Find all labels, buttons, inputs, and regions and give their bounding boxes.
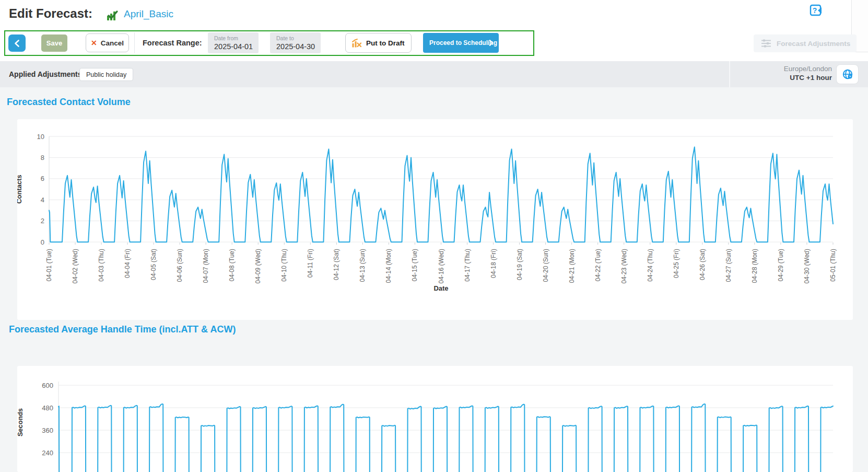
forecast-adjustments-label: Forecast Adjustments bbox=[777, 40, 850, 48]
date-to-field[interactable]: Date to 2025-04-30 bbox=[270, 32, 321, 53]
contact-volume-chart-title: Forecasted Contact Volume bbox=[7, 97, 131, 108]
timezone-offset: UTC +1 hour bbox=[784, 74, 832, 82]
svg-text:8: 8 bbox=[41, 154, 44, 162]
toolbar-divider bbox=[134, 32, 135, 53]
forecast-adjustments-button[interactable]: Forecast Adjustments bbox=[754, 34, 857, 52]
timezone-region: Europe/London bbox=[784, 65, 832, 73]
adjustments-bar-divider bbox=[729, 61, 730, 87]
svg-text:04-27 (Sun): 04-27 (Sun) bbox=[725, 249, 732, 282]
svg-text:04-08 (Tue): 04-08 (Tue) bbox=[228, 249, 236, 281]
help-button[interactable]: ? bbox=[809, 4, 823, 17]
cancel-label: Cancel bbox=[101, 39, 124, 47]
forecast-chart-check-icon bbox=[106, 9, 119, 21]
svg-text:04-18 (Fri): 04-18 (Fri) bbox=[490, 249, 497, 278]
date-to-label: Date to bbox=[276, 35, 294, 41]
forecast-range-label: Forecast Range: bbox=[143, 39, 202, 47]
svg-text:?: ? bbox=[813, 6, 817, 15]
svg-text:04-30 (Wed): 04-30 (Wed) bbox=[803, 249, 811, 283]
date-to-value: 2025-04-30 bbox=[276, 42, 315, 51]
chevron-left-icon bbox=[13, 39, 21, 48]
svg-text:04-05 (Sat): 04-05 (Sat) bbox=[150, 249, 157, 280]
svg-text:04-24 (Thu): 04-24 (Thu) bbox=[647, 249, 654, 282]
svg-text:05-01 (Thu): 05-01 (Thu) bbox=[829, 249, 837, 282]
svg-text:04-17 (Thu): 04-17 (Thu) bbox=[464, 249, 471, 282]
adjustment-tag-public-holiday[interactable]: Public holiday bbox=[79, 68, 133, 81]
svg-text:04-15 (Tue): 04-15 (Tue) bbox=[411, 249, 418, 281]
proceed-label: Proceed to Scheduling bbox=[423, 39, 497, 47]
svg-text:04-14 (Mon): 04-14 (Mon) bbox=[385, 249, 392, 283]
forecast-name: April_Basic bbox=[124, 8, 173, 20]
svg-text:04-02 (Wed): 04-02 (Wed) bbox=[72, 249, 79, 283]
svg-text:04-26 (Sat): 04-26 (Sat) bbox=[699, 249, 706, 280]
svg-text:04-03 (Thu): 04-03 (Thu) bbox=[98, 249, 105, 282]
svg-text:6: 6 bbox=[41, 175, 44, 182]
svg-text:240: 240 bbox=[42, 449, 53, 457]
svg-text:0: 0 bbox=[41, 238, 44, 246]
proceed-to-scheduling-button[interactable]: Proceed to Scheduling bbox=[423, 33, 499, 53]
svg-text:04-07 (Mon): 04-07 (Mon) bbox=[202, 249, 209, 283]
save-button[interactable]: Save bbox=[41, 34, 67, 52]
sliders-icon bbox=[761, 39, 771, 48]
timezone-block: Europe/London UTC +1 hour bbox=[784, 65, 832, 82]
svg-text:600: 600 bbox=[42, 382, 53, 389]
svg-text:04-23 (Wed): 04-23 (Wed) bbox=[620, 249, 628, 283]
svg-text:04-22 (Tue): 04-22 (Tue) bbox=[594, 249, 602, 281]
svg-text:04-11 (Fri): 04-11 (Fri) bbox=[307, 249, 314, 278]
svg-text:10: 10 bbox=[37, 133, 44, 141]
svg-text:04-20 (Sun): 04-20 (Sun) bbox=[542, 249, 549, 282]
svg-text:480: 480 bbox=[42, 404, 53, 412]
back-button[interactable] bbox=[8, 34, 26, 52]
cancel-button[interactable]: ✕ Cancel bbox=[86, 33, 129, 52]
svg-text:2: 2 bbox=[41, 217, 44, 225]
globe-icon bbox=[842, 68, 853, 80]
chart-discard-icon bbox=[351, 38, 362, 48]
svg-text:04-28 (Mon): 04-28 (Mon) bbox=[751, 249, 758, 283]
x-icon: ✕ bbox=[91, 39, 97, 47]
svg-text:04-09 (Wed): 04-09 (Wed) bbox=[254, 249, 262, 283]
contact-volume-chart: 024681004-01 (Tue)04-02 (Wed)04-03 (Thu)… bbox=[17, 119, 853, 322]
svg-text:04-21 (Mon): 04-21 (Mon) bbox=[568, 249, 576, 283]
svg-text:04-29 (Tue): 04-29 (Tue) bbox=[777, 249, 784, 281]
svg-text:04-12 (Sat): 04-12 (Sat) bbox=[333, 249, 340, 280]
svg-text:04-10 (Thu): 04-10 (Thu) bbox=[280, 249, 288, 282]
svg-text:Date: Date bbox=[433, 284, 448, 292]
put-to-draft-button[interactable]: Put to Draft bbox=[345, 33, 412, 53]
svg-text:04-06 (Sun): 04-06 (Sun) bbox=[176, 249, 183, 282]
svg-text:04-01 (Tue): 04-01 (Tue) bbox=[45, 249, 53, 281]
contact-volume-chart-card: 024681004-01 (Tue)04-02 (Wed)04-03 (Thu)… bbox=[17, 119, 853, 320]
edit-forecast-page: Edit Forecast: April_Basic ? Save ✕ Canc… bbox=[0, 0, 868, 472]
timezone-globe-button[interactable] bbox=[836, 64, 859, 84]
svg-text:360: 360 bbox=[42, 427, 53, 434]
svg-text:04-04 (Fri): 04-04 (Fri) bbox=[124, 249, 131, 278]
svg-text:04-13 (Sun): 04-13 (Sun) bbox=[359, 249, 366, 282]
svg-text:04-25 (Fri): 04-25 (Fri) bbox=[673, 249, 680, 278]
chevron-right-icon bbox=[487, 39, 495, 47]
svg-text:04-16 (Wed): 04-16 (Wed) bbox=[438, 249, 445, 283]
aht-chart: 600480360240Seconds bbox=[17, 366, 853, 472]
aht-chart-card: 600480360240Seconds bbox=[17, 366, 853, 472]
date-from-field[interactable]: Date from 2025-04-01 bbox=[208, 32, 259, 53]
date-from-value: 2025-04-01 bbox=[214, 42, 253, 51]
svg-text:Seconds: Seconds bbox=[17, 408, 24, 436]
aht-chart-title: Forecasted Average Handle Time (incl.ATT… bbox=[9, 324, 236, 335]
page-title: Edit Forecast: bbox=[9, 6, 92, 21]
svg-text:04-19 (Sat): 04-19 (Sat) bbox=[516, 249, 523, 280]
put-to-draft-label: Put to Draft bbox=[366, 39, 405, 47]
date-from-label: Date from bbox=[214, 35, 238, 41]
svg-text:Contacts: Contacts bbox=[17, 175, 23, 204]
svg-text:4: 4 bbox=[41, 196, 44, 204]
applied-adjustments-label: Applied Adjustments: bbox=[9, 70, 84, 78]
